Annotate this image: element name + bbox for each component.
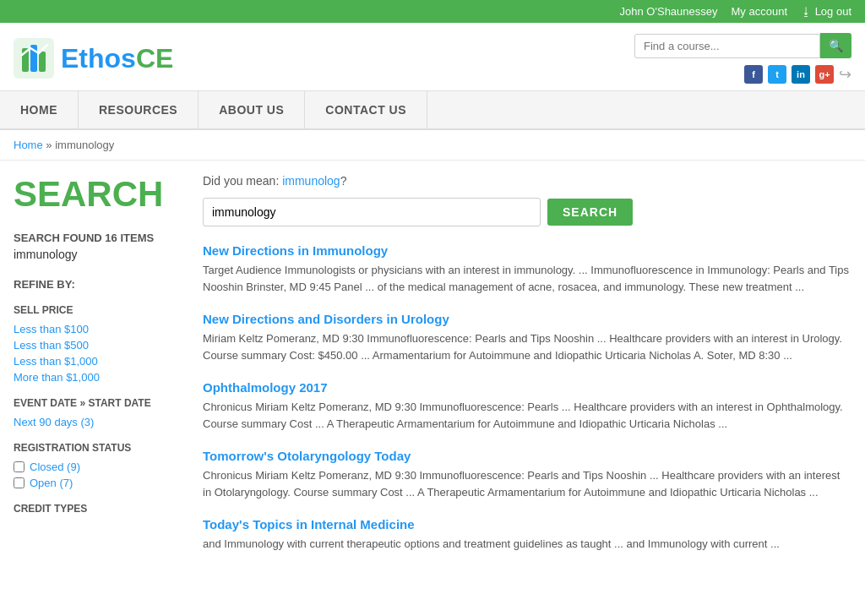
top-bar: John O'Shaunessey My account ⭳ Log out xyxy=(0,0,865,23)
closed-label[interactable]: Closed (9) xyxy=(30,461,80,473)
header-right: 🔍 f t in g+ ↪ xyxy=(634,33,851,84)
result-item: New Directions in ImmunologyTarget Audie… xyxy=(203,243,851,295)
result-title[interactable]: New Directions in Immunology xyxy=(203,243,851,258)
header: EthosCE 🔍 f t in g+ ↪ xyxy=(0,23,865,91)
facebook-icon[interactable]: f xyxy=(744,65,763,84)
date-filter-90days[interactable]: Next 90 days (3) xyxy=(14,416,182,428)
result-title[interactable]: Ophthalmology 2017 xyxy=(203,380,851,395)
result-title[interactable]: New Directions and Disorders in Urology xyxy=(203,312,851,326)
event-date-label: EVENT DATE » START DATE xyxy=(14,397,182,409)
result-title[interactable]: Today's Topics in Internal Medicine xyxy=(203,517,851,532)
page-title: SEARCH xyxy=(14,174,182,215)
breadcrumb: Home » immunology xyxy=(0,130,865,161)
logo-text: EthosCE xyxy=(61,43,173,74)
registration-open-item: Open (7) xyxy=(14,477,182,489)
did-you-mean-prefix: Did you mean: xyxy=(203,174,282,188)
did-you-mean-suffix: ? xyxy=(340,174,347,188)
results-search-button[interactable]: SEARCH xyxy=(547,199,633,226)
search-found-label: SEARCH FOUND 16 ITEMS xyxy=(14,232,182,244)
twitter-icon[interactable]: t xyxy=(768,65,786,84)
price-filter-1000[interactable]: Less than $1,000 xyxy=(14,355,182,368)
my-account-link[interactable]: My account xyxy=(732,5,787,18)
main-content: SEARCH SEARCH FOUND 16 ITEMS immunology … xyxy=(0,161,865,583)
username-label: John O'Shaunessey xyxy=(620,5,718,18)
result-desc: Miriam Keltz Pomeranz, MD 9:30 Immunoflu… xyxy=(203,330,851,363)
price-filter-100[interactable]: Less than $100 xyxy=(14,323,182,335)
open-checkbox[interactable] xyxy=(14,477,24,488)
results-area: Did you mean: immunolog? SEARCH New Dire… xyxy=(203,174,851,570)
closed-checkbox[interactable] xyxy=(14,461,24,472)
svg-rect-3 xyxy=(39,52,46,72)
breadcrumb-home[interactable]: Home xyxy=(14,139,43,151)
did-you-mean-link[interactable]: immunolog xyxy=(282,174,340,188)
open-label[interactable]: Open (7) xyxy=(30,477,73,489)
logo-ethos: Ethos xyxy=(61,43,136,74)
results-search-bar: SEARCH xyxy=(203,198,851,226)
price-filter-over-1000[interactable]: More than $1,000 xyxy=(14,371,182,384)
social-icons: f t in g+ ↪ xyxy=(744,65,851,84)
registration-closed-item: Closed (9) xyxy=(14,461,182,473)
nav-about-us[interactable]: ABOUT US xyxy=(199,91,305,128)
result-list: New Directions in ImmunologyTarget Audie… xyxy=(203,243,851,553)
result-desc: Chronicus Miriam Keltz Pomeranz, MD 9:30… xyxy=(203,467,851,500)
result-title[interactable]: Tomorrow's Otolaryngology Today xyxy=(203,449,851,463)
results-search-input[interactable] xyxy=(203,198,541,226)
breadcrumb-current: immunology xyxy=(55,139,114,151)
breadcrumb-separator: » xyxy=(46,139,52,151)
logo-icon xyxy=(14,38,54,79)
result-item: Today's Topics in Internal Medicineand I… xyxy=(203,517,851,553)
result-desc: Target Audience Immunologists or physici… xyxy=(203,262,851,295)
result-item: New Directions and Disorders in UrologyM… xyxy=(203,312,851,363)
sidebar: SEARCH SEARCH FOUND 16 ITEMS immunology … xyxy=(14,174,182,570)
result-item: Tomorrow's Otolaryngology TodayChronicus… xyxy=(203,449,851,500)
header-search-input[interactable] xyxy=(634,34,820,58)
result-item: Ophthalmology 2017Chronicus Miriam Keltz… xyxy=(203,380,851,432)
refine-label: REFINE BY: xyxy=(14,278,182,291)
price-filter-500[interactable]: Less than $500 xyxy=(14,339,182,352)
header-search-bar: 🔍 xyxy=(634,33,851,58)
did-you-mean: Did you mean: immunolog? xyxy=(203,174,851,188)
googleplus-icon[interactable]: g+ xyxy=(815,65,834,84)
nav: HOME RESOURCES ABOUT US CONTACT US xyxy=(0,91,865,130)
linkedin-icon[interactable]: in xyxy=(792,65,810,84)
header-search-button[interactable]: 🔍 xyxy=(820,33,851,58)
result-desc: and Immunology with current therapeutic … xyxy=(203,536,851,553)
logo[interactable]: EthosCE xyxy=(14,38,173,79)
search-term: immunology xyxy=(14,248,182,261)
share-icon[interactable]: ↪ xyxy=(839,65,851,84)
nav-resources[interactable]: RESOURCES xyxy=(79,91,199,128)
result-desc: Chronicus Miriam Keltz Pomeranz, MD 9:30… xyxy=(203,399,851,432)
nav-contact-us[interactable]: CONTACT US xyxy=(305,91,427,128)
logout-link[interactable]: ⭳ Log out xyxy=(801,5,851,18)
credit-types-label: CREDIT TYPES xyxy=(14,503,182,515)
logo-ce: CE xyxy=(136,43,173,74)
nav-home[interactable]: HOME xyxy=(0,91,79,128)
registration-status-label: REGISTRATION STATUS xyxy=(14,442,182,454)
sell-price-label: SELL PRICE xyxy=(14,304,182,316)
